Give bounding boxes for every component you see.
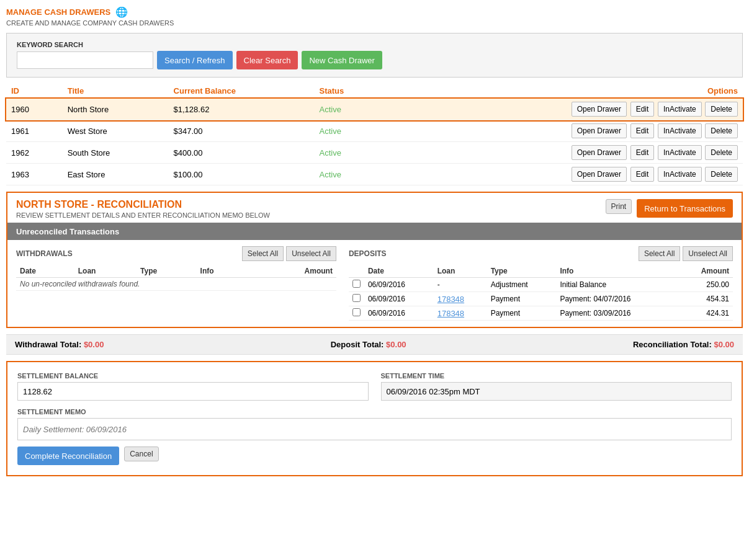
withdrawals-unselect-all-button[interactable]: Unselect All: [286, 246, 336, 261]
withdrawal-total-value: $0.00: [84, 340, 104, 349]
d-loan-col: Loan: [434, 265, 487, 278]
recon-header-buttons: Print Return to Transactions: [606, 199, 733, 218]
cell-id: 1960: [6, 99, 63, 120]
edit-button[interactable]: Edit: [630, 167, 655, 182]
settlement-time-field: SETTLEMENT TIME: [381, 372, 732, 401]
cash-drawers-table: ID Title Current Balance Status Options …: [6, 84, 743, 185]
edit-button[interactable]: Edit: [630, 102, 655, 117]
open-drawer-button[interactable]: Open Drawer: [572, 123, 627, 138]
table-header-row: ID Title Current Balance Status Options: [6, 84, 743, 99]
list-item: 06/09/2016 178348 Payment Payment: 03/09…: [349, 306, 733, 321]
col-status: Status: [315, 84, 384, 99]
cell-title: North Store: [63, 99, 169, 120]
cell-status: Active: [315, 164, 384, 185]
d-checkbox-cell[interactable]: [349, 292, 364, 306]
d-type-cell: Payment: [487, 292, 557, 306]
deposits-unselect-all-button[interactable]: Unselect All: [683, 246, 733, 261]
unreconciled-bar: Unreconciled Transactions: [7, 223, 742, 240]
cell-status: Active: [315, 142, 384, 164]
open-drawer-button[interactable]: Open Drawer: [572, 145, 627, 160]
list-item: 06/09/2016 178348 Payment Payment: 04/07…: [349, 292, 733, 306]
open-drawer-button[interactable]: Open Drawer: [572, 102, 627, 117]
settlement-balance-label: SETTLEMENT BALANCE: [17, 372, 369, 380]
d-loan-cell: 178348: [434, 306, 487, 321]
reconciliation-total: Reconciliation Total: $0.00: [633, 340, 734, 349]
cell-id: 1961: [6, 120, 63, 142]
withdrawals-label: WITHDRAWALS: [16, 249, 73, 258]
w-date-col: Date: [16, 265, 74, 278]
cell-options: Open Drawer Edit InActivate Delete: [384, 120, 743, 142]
table-row: 1962 South Store $400.00 Active Open Dra…: [6, 142, 743, 164]
open-drawer-button[interactable]: Open Drawer: [572, 167, 627, 182]
deposit-checkbox[interactable]: [352, 308, 361, 316]
deposit-checkbox[interactable]: [352, 280, 361, 288]
inactivate-button[interactable]: InActivate: [658, 123, 702, 138]
cancel-button[interactable]: Cancel: [124, 447, 158, 461]
inactivate-button[interactable]: InActivate: [658, 167, 702, 182]
settlement-time-label: SETTLEMENT TIME: [381, 372, 732, 380]
cell-title: West Store: [63, 120, 169, 142]
withdrawals-table: Date Loan Type Info Amount No un-reconci…: [16, 265, 336, 291]
d-check-col: [349, 265, 364, 278]
settlement-balance-input[interactable]: [17, 382, 369, 401]
complete-reconciliation-button[interactable]: Complete Reconciliation: [17, 447, 119, 465]
cell-balance: $400.00: [169, 142, 315, 164]
delete-button[interactable]: Delete: [705, 145, 738, 160]
deposit-checkbox[interactable]: [352, 294, 361, 302]
d-checkbox-cell[interactable]: [349, 278, 364, 292]
no-withdrawals-row: No un-reconciled withdrawals found.: [16, 278, 336, 291]
reconciliation-total-label: Reconciliation Total:: [633, 340, 712, 349]
clear-search-button[interactable]: Clear Search: [236, 51, 298, 69]
loan-link[interactable]: 178348: [437, 309, 464, 318]
table-row: 1961 West Store $347.00 Active Open Draw…: [6, 120, 743, 142]
inactivate-button[interactable]: InActivate: [658, 102, 702, 117]
no-withdrawals-msg: No un-reconciled withdrawals found.: [16, 278, 336, 291]
search-input[interactable]: [17, 51, 153, 69]
settlement-memo-section: SETTLEMENT MEMO: [17, 408, 732, 440]
cell-status: Active: [315, 99, 384, 120]
d-loan-cell: -: [434, 278, 487, 292]
delete-button[interactable]: Delete: [705, 167, 738, 182]
cell-id: 1963: [6, 164, 63, 185]
d-loan-cell: 178348: [434, 292, 487, 306]
keyword-label: KEYWORD SEARCH: [17, 41, 732, 48]
withdrawals-select-all-button[interactable]: Select All: [242, 246, 284, 261]
edit-button[interactable]: Edit: [630, 123, 655, 138]
d-date-cell: 06/09/2016: [364, 306, 434, 321]
page-subtitle: CREATE AND MANAGE COMPANY CASH DRAWERS: [6, 19, 743, 27]
settlement-top-row: SETTLEMENT BALANCE SETTLEMENT TIME: [17, 372, 732, 401]
new-cash-drawer-button[interactable]: New Cash Drawer: [302, 51, 382, 69]
cell-title: South Store: [63, 142, 169, 164]
edit-button[interactable]: Edit: [630, 145, 655, 160]
recon-subtitle: REVIEW SETTLEMENT DETAILS AND ENTER RECO…: [16, 211, 270, 219]
reconciliation-section: NORTH STORE - RECONCILIATION REVIEW SETT…: [6, 192, 743, 328]
transactions-area: WITHDRAWALS Select All Unselect All Date…: [7, 240, 742, 327]
search-row: Search / Refresh Clear Search New Cash D…: [17, 51, 732, 69]
settlement-memo-input[interactable]: [17, 418, 732, 440]
withdrawals-header: WITHDRAWALS Select All Unselect All: [16, 246, 336, 261]
d-checkbox-cell[interactable]: [349, 306, 364, 321]
cell-options: Open Drawer Edit InActivate Delete: [384, 99, 743, 120]
loan-link[interactable]: 178348: [437, 295, 464, 304]
d-amount-cell: 250.00: [678, 278, 733, 292]
delete-button[interactable]: Delete: [705, 123, 738, 138]
delete-button[interactable]: Delete: [705, 102, 738, 117]
print-button[interactable]: Print: [606, 199, 632, 214]
col-options: Options: [384, 84, 743, 99]
page-title-text: MANAGE CASH DRAWERS: [6, 7, 110, 17]
cell-balance: $347.00: [169, 120, 315, 142]
d-date-cell: 06/09/2016: [364, 292, 434, 306]
d-amount-cell: 454.31: [678, 292, 733, 306]
deposits-select-all-button[interactable]: Select All: [639, 246, 680, 261]
cash-drawers-table-section: ID Title Current Balance Status Options …: [6, 84, 743, 185]
w-amount-col: Amount: [248, 265, 336, 278]
search-refresh-button[interactable]: Search / Refresh: [157, 51, 233, 69]
d-info-col: Info: [556, 265, 678, 278]
inactivate-button[interactable]: InActivate: [658, 145, 702, 160]
cell-title: East Store: [63, 164, 169, 185]
settlement-balance-field: SETTLEMENT BALANCE: [17, 372, 369, 401]
return-transactions-button[interactable]: Return to Transactions: [637, 199, 733, 218]
d-info-cell: Payment: 04/07/2016: [556, 292, 678, 306]
d-amount-col: Amount: [678, 265, 733, 278]
cell-options: Open Drawer Edit InActivate Delete: [384, 142, 743, 164]
